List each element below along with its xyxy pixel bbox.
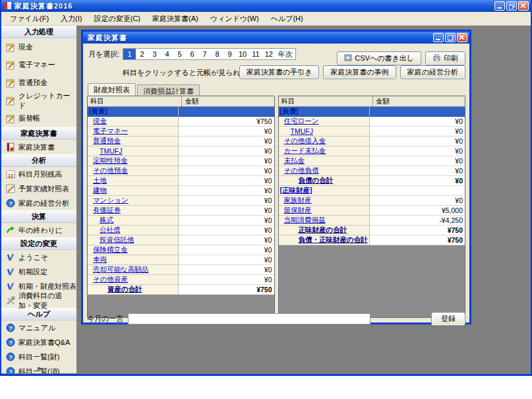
register-button[interactable]: 登録 <box>431 312 465 326</box>
asset-subject[interactable]: 建物 <box>88 186 179 196</box>
sidebar-item[interactable]: 振替帳 <box>1 109 76 127</box>
asset-subject[interactable]: 有価証券 <box>88 206 179 216</box>
month-option-2[interactable]: 2 <box>136 49 148 59</box>
asset-row[interactable]: 現金¥750 <box>88 117 274 127</box>
asset-row[interactable]: 資産の合計¥750 <box>88 285 274 295</box>
sidebar-item[interactable]: 予算実績対照表 <box>1 181 76 196</box>
liability-subject[interactable]: その他借入金 <box>279 137 370 146</box>
sidebar-item[interactable]: 年の終わりに <box>1 223 76 237</box>
liability-row[interactable]: 正味財産の合計¥750 <box>279 226 465 235</box>
menu-item-3[interactable]: 家庭決算書(A) <box>146 12 204 26</box>
asset-row[interactable]: 建物¥0 <box>88 186 274 196</box>
menu-item-5[interactable]: ヘルプ(H) <box>265 12 309 26</box>
liability-subject[interactable]: [正味財産] <box>279 186 370 196</box>
asset-subject[interactable]: 保険積立金 <box>88 245 179 255</box>
guide-button[interactable]: 家庭決算書の手引き <box>239 65 320 79</box>
asset-row[interactable]: 有価証券¥0 <box>88 206 274 216</box>
asset-subject[interactable]: 投資信託他 <box>88 235 179 245</box>
asset-subject[interactable]: 電子マネー <box>88 127 179 137</box>
restore-button[interactable] <box>506 1 517 11</box>
minimize-button[interactable] <box>494 1 505 11</box>
menu-item-4[interactable]: ウィンドウ(W) <box>204 12 265 26</box>
sidebar-collapse-button[interactable]: » <box>1 364 76 372</box>
asset-subject[interactable]: 土地 <box>88 176 179 186</box>
sidebar-item[interactable]: 消費科目の追加・変更 <box>1 293 76 308</box>
liability-subject[interactable]: 当期消費損益 <box>279 216 370 226</box>
liability-row[interactable]: 住宅ローン¥0 <box>279 117 465 127</box>
liability-row[interactable]: その他借入金¥0 <box>279 137 465 146</box>
liability-subject[interactable]: 留保財産 <box>279 206 370 216</box>
sidebar-item[interactable]: ?家庭の経営分析 <box>1 196 76 210</box>
menu-item-0[interactable]: ファイル(F) <box>4 12 55 26</box>
kakei-close-button[interactable] <box>457 33 467 42</box>
sidebar-item[interactable]: 電子マネー <box>1 56 76 74</box>
example-button[interactable]: 家庭決算書の事例 <box>323 65 396 79</box>
asset-subject[interactable]: マンション <box>88 196 179 206</box>
print-button[interactable]: 印刷 <box>425 51 465 65</box>
asset-row[interactable]: TMUFJ¥0 <box>88 146 274 156</box>
month-option-10[interactable]: 10 <box>236 49 249 59</box>
liability-row[interactable]: カード未払金¥0 <box>279 146 465 156</box>
liability-subject[interactable]: 負債の合計 <box>279 176 370 186</box>
liability-row[interactable]: 留保財産¥5,000 <box>279 206 465 216</box>
month-option-8[interactable]: 8 <box>211 49 223 59</box>
analysis-button[interactable]: 家庭の経営分析 <box>400 65 465 79</box>
asset-row[interactable]: 車両¥0 <box>88 255 274 265</box>
asset-subject[interactable]: その他預金 <box>88 166 179 176</box>
tab-inactive[interactable]: 消費損益計算書 <box>137 84 200 96</box>
liability-row[interactable]: 当期消費損益-¥4,250 <box>279 216 465 226</box>
kakei-maximize-button[interactable] <box>445 33 456 42</box>
asset-subject[interactable]: 売却可能な高額品 <box>88 265 179 275</box>
liability-subject[interactable]: 家族財産 <box>279 196 370 206</box>
liability-subject[interactable]: TMUFJ <box>279 127 370 137</box>
liability-subject[interactable]: 正味財産の合計 <box>279 226 370 235</box>
asset-row[interactable]: その他預金¥0 <box>88 166 274 176</box>
liability-subject[interactable]: カード未払金 <box>279 146 370 156</box>
month-option-6[interactable]: 6 <box>186 49 198 59</box>
asset-subject[interactable]: その他資産 <box>88 275 179 285</box>
sidebar-item[interactable]: 初期設定 <box>1 264 76 279</box>
asset-subject[interactable]: 定期性預金 <box>88 156 179 166</box>
liability-row[interactable]: 負債・正味財産の合計¥750 <box>279 235 465 245</box>
asset-subject[interactable]: 公社債 <box>88 226 179 235</box>
month-option-7[interactable]: 7 <box>198 49 211 59</box>
liability-subject[interactable]: 住宅ローン <box>279 117 370 127</box>
month-option-9[interactable]: 9 <box>223 49 236 59</box>
sidebar-item[interactable]: 現金 <box>1 38 76 56</box>
asset-subject[interactable]: 資産の合計 <box>88 285 179 295</box>
sidebar-item[interactable]: ?科目一覧(財) <box>1 350 76 364</box>
asset-subject[interactable]: 車両 <box>88 255 179 265</box>
asset-row[interactable]: 土地¥0 <box>88 176 274 186</box>
sidebar-item[interactable]: 普通預金 <box>1 74 76 92</box>
asset-row[interactable]: 定期性預金¥0 <box>88 156 274 166</box>
month-option-12[interactable]: 12 <box>262 49 276 59</box>
monthly-comment-input[interactable] <box>128 313 370 324</box>
sidebar-item[interactable]: 家庭決算書 <box>1 140 76 154</box>
liability-row[interactable]: その他負債¥0 <box>279 166 465 176</box>
tab-active[interactable]: 財産対照表 <box>88 83 136 96</box>
month-option-1[interactable]: 1 <box>123 49 136 59</box>
liability-subject[interactable]: 未払金 <box>279 156 370 166</box>
asset-row[interactable]: 公社債¥0 <box>88 226 274 235</box>
sidebar-item[interactable]: クレジットカード <box>1 92 76 109</box>
liability-row[interactable]: 家族財産¥0 <box>279 196 465 206</box>
sidebar-item[interactable]: 12科目月別残高 <box>1 167 76 181</box>
month-option-11[interactable]: 11 <box>249 49 262 59</box>
asset-row[interactable]: 普通預金¥0 <box>88 137 274 146</box>
asset-row[interactable]: 売却可能な高額品¥0 <box>88 265 274 275</box>
month-option-4[interactable]: 4 <box>161 49 173 59</box>
month-option-年次[interactable]: 年次 <box>276 49 295 59</box>
asset-subject[interactable]: 現金 <box>88 117 179 127</box>
liability-row[interactable]: 未払金¥0 <box>279 156 465 166</box>
csv-export-button[interactable]: CSVへの書き出し <box>337 51 421 65</box>
asset-subject[interactable]: 普通預金 <box>88 137 179 146</box>
liability-subject[interactable]: 負債・正味財産の合計 <box>279 235 370 245</box>
sidebar-item[interactable]: ?家庭決算書Q&A <box>1 335 76 350</box>
liability-subject[interactable]: その他負債 <box>279 166 370 176</box>
sidebar-item[interactable]: ようこそ <box>1 250 76 264</box>
liability-row[interactable]: 負債の合計¥0 <box>279 176 465 186</box>
asset-row[interactable]: 電子マネー¥0 <box>88 127 274 137</box>
month-option-3[interactable]: 3 <box>148 49 161 59</box>
asset-subject[interactable]: 株式 <box>88 216 179 226</box>
menu-item-1[interactable]: 入力(I) <box>55 12 88 26</box>
